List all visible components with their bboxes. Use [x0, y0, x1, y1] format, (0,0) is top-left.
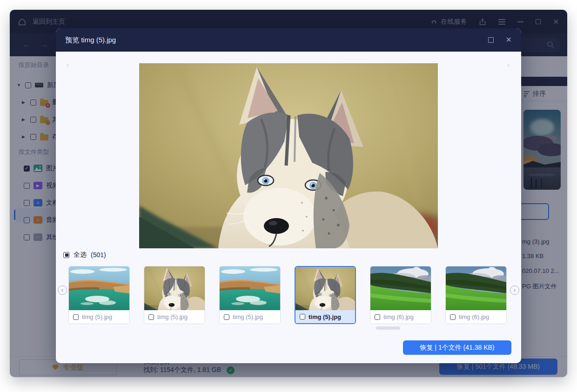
preview-image — [139, 63, 438, 248]
thumbnail-filename: timg (5).jpg — [233, 313, 263, 320]
thumbnail-checkbox[interactable] — [300, 314, 305, 319]
thumbnails-next-button[interactable]: › — [510, 286, 519, 295]
dialog-close-button[interactable]: ✕ — [506, 36, 512, 44]
thumbnails-prev-button[interactable]: ‹ — [58, 286, 67, 295]
recover-selected-button[interactable]: 恢复 | 1个文件 (41.38 KB) — [403, 340, 511, 355]
thumbnail-card[interactable]: timg (5).jpg — [68, 266, 130, 324]
thumbnail-filename: timg (5).jpg — [82, 313, 112, 320]
thumbnail-filename: timg (5).jpg — [157, 313, 188, 320]
dialog-header: 预览 timg (5).jpg ✕ — [56, 28, 521, 52]
thumbnail-checkbox[interactable] — [73, 314, 79, 320]
thumbnail-card[interactable]: timg (5).jpg — [144, 266, 205, 324]
thumbnail-image — [370, 266, 431, 310]
thumbnail-image — [220, 266, 280, 310]
thumbnail-checkbox[interactable] — [148, 314, 154, 320]
thumbnail-image — [69, 266, 129, 310]
thumbnail-checkbox[interactable] — [375, 314, 380, 320]
thumbnail-checkbox[interactable] — [450, 314, 456, 320]
thumbnail-filename: timg (6).jpg — [383, 313, 414, 320]
thumbnail-card[interactable]: timg (5).jpg — [219, 266, 281, 324]
thumbnails-scrollbar[interactable] — [376, 326, 400, 330]
thumbnail-image — [446, 266, 506, 310]
thumbnail-card-selected[interactable]: timg (5).jpg — [295, 266, 356, 324]
preview-dialog: 预览 timg (5).jpg ✕ ‹ › 全选 (501) timg (5).… — [56, 28, 521, 363]
select-all-count: (501) — [91, 251, 106, 259]
dialog-maximize-button[interactable] — [488, 37, 494, 43]
preview-prev-icon[interactable]: ‹ — [67, 61, 69, 69]
thumbnail-filename: timg (6).jpg — [459, 313, 489, 320]
select-all-label: 全选 — [74, 251, 87, 259]
preview-next-icon[interactable]: › — [507, 61, 510, 69]
thumbnail-checkbox[interactable] — [224, 314, 229, 320]
thumbnail-card[interactable]: timg (6).jpg — [445, 266, 507, 324]
select-all-checkbox[interactable] — [63, 252, 69, 258]
dialog-title: 预览 timg (5).jpg — [65, 36, 116, 45]
thumbnail-image — [144, 266, 205, 310]
thumbnail-filename: timg (5).jpg — [309, 313, 341, 320]
screen: 返回到主页 在线服务 ✕ ← — [0, 0, 577, 392]
thumbnail-card[interactable]: timg (6).jpg — [370, 266, 431, 324]
thumbnail-image — [295, 267, 355, 310]
select-all-row[interactable]: 全选 (501) — [63, 251, 106, 259]
